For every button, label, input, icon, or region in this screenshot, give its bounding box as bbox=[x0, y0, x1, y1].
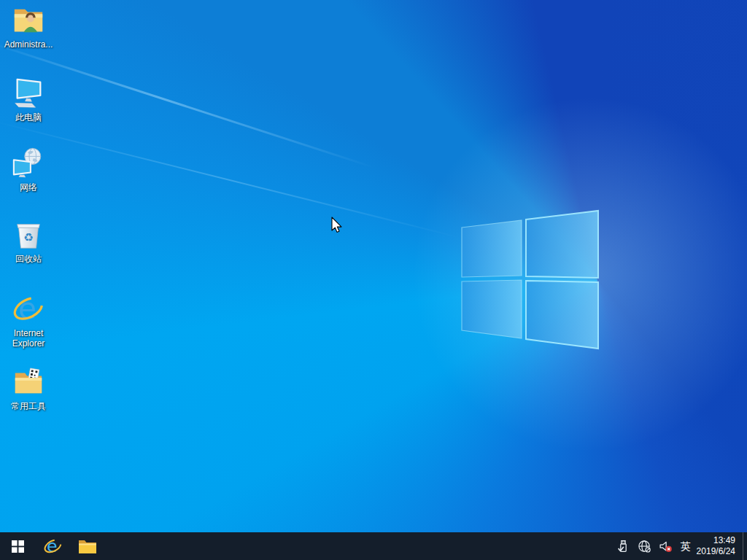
svg-text:♻: ♻ bbox=[23, 231, 34, 244]
ie-icon: e bbox=[11, 292, 46, 327]
desktop-background[interactable]: Administra... 此电脑 bbox=[0, 0, 747, 560]
taskbar-internet-explorer-button[interactable]: e bbox=[35, 532, 70, 560]
desktop-icon-recycle-bin[interactable]: ♻ 回收站 bbox=[0, 217, 57, 264]
wallpaper-light-ray bbox=[0, 120, 460, 238]
ime-language-indicator[interactable]: 英 bbox=[679, 532, 697, 560]
desktop-icon-label: Internet Explorer bbox=[1, 328, 56, 349]
ie-icon: e bbox=[43, 537, 63, 556]
folder-icon bbox=[78, 538, 97, 554]
desktop-icon-label: 回收站 bbox=[15, 254, 42, 264]
desktop-icon-label: 此电脑 bbox=[15, 112, 42, 122]
taskbar-file-explorer-button[interactable] bbox=[70, 532, 105, 560]
usb-eject-icon[interactable] bbox=[616, 539, 631, 553]
desktop-icon-label: Administra... bbox=[4, 39, 53, 50]
desktop-icon-internet-explorer[interactable]: e Internet Explorer bbox=[0, 292, 57, 349]
start-button[interactable] bbox=[0, 532, 35, 560]
show-desktop-button[interactable] bbox=[743, 532, 747, 560]
speaker-muted-icon[interactable] bbox=[659, 539, 673, 553]
clock-date: 2019/6/24 bbox=[697, 546, 735, 557]
desktop-icon-label: 常用工具 bbox=[11, 401, 46, 411]
wallpaper-windows-logo bbox=[460, 209, 601, 351]
desktop-icon-label: 网络 bbox=[20, 182, 37, 192]
network-globe-icon bbox=[11, 146, 46, 181]
svg-text:e: e bbox=[18, 292, 36, 325]
recycle-bin-icon: ♻ bbox=[11, 217, 46, 252]
desktop-icon-network[interactable]: 网络 bbox=[0, 146, 57, 192]
desktop-icon-administrator[interactable]: Administra... bbox=[0, 3, 57, 50]
taskbar-tray-area: 英 13:49 2019/6/24 bbox=[614, 532, 747, 560]
svg-text:e: e bbox=[47, 537, 58, 556]
tools-folder-icon bbox=[11, 365, 46, 400]
computer-icon bbox=[11, 76, 46, 111]
taskbar: e bbox=[0, 532, 747, 560]
globe-no-internet-icon[interactable] bbox=[638, 539, 652, 553]
desktop-icon-this-pc[interactable]: 此电脑 bbox=[0, 76, 57, 122]
mouse-cursor bbox=[328, 216, 345, 235]
taskbar-clock[interactable]: 13:49 2019/6/24 bbox=[697, 535, 743, 557]
windows-logo-icon bbox=[12, 540, 24, 553]
user-folder-icon bbox=[11, 3, 46, 38]
desktop-icon-common-tools[interactable]: 常用工具 bbox=[0, 365, 57, 411]
clock-time: 13:49 bbox=[697, 535, 735, 546]
